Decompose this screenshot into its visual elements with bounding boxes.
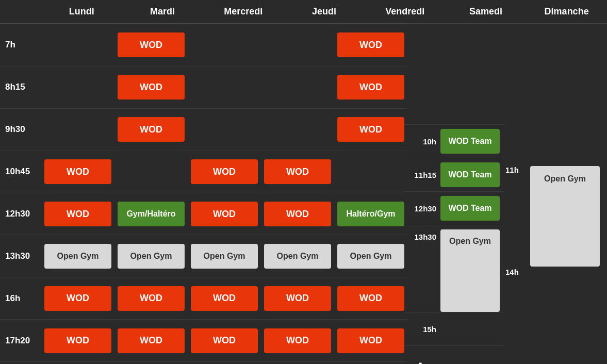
samedi-btn-11h15[interactable]: WOD Team: [440, 162, 505, 187]
cell-mardi-12h30[interactable]: Gym/Haltéro: [114, 193, 188, 235]
main-grid: 7h WOD WOD 8h15 WOD WOD 9h30 WOD WOD 10h…: [0, 24, 402, 364]
dimanche-empty-top: [505, 24, 607, 158]
cell-jeudi-18h30[interactable]: WOD: [261, 361, 334, 364]
cell-vendredi-13h30[interactable]: Open Gym: [334, 235, 407, 277]
samedi-section: 10h WOD Team 11h15 WOD Team 12h30 WOD Te…: [402, 24, 505, 364]
time-9h30: 9h30: [0, 108, 41, 151]
cell-mardi-18h30[interactable]: Gym/Haltéro: [114, 361, 188, 364]
cell-mercredi-9h30: [188, 108, 261, 151]
cell-lundi-12h30[interactable]: WOD: [41, 193, 114, 235]
cell-jeudi-8h15: [261, 66, 334, 108]
header-mardi: Mardi: [122, 0, 203, 23]
cell-mercredi-12h30[interactable]: WOD: [188, 193, 261, 235]
samedi-empty-top: [404, 24, 505, 124]
schedule-container: Lundi Mardi Mercredi Jeudi Vendredi Same…: [0, 0, 607, 364]
header-row: Lundi Mardi Mercredi Jeudi Vendredi Same…: [0, 0, 607, 24]
cell-lundi-13h30[interactable]: Open Gym: [41, 235, 114, 277]
samedi-btn-12h30[interactable]: WOD Team: [440, 196, 505, 221]
header-vendredi: Vendredi: [365, 0, 446, 23]
cell-vendredi-10h45: [334, 151, 407, 193]
cell-mardi-10h45: [114, 151, 188, 193]
cell-mardi-13h30[interactable]: Open Gym: [114, 235, 188, 277]
cell-mercredi-16h[interactable]: WOD: [188, 277, 261, 319]
cell-mardi-7h[interactable]: WOD: [114, 24, 188, 66]
samedi-12h30-slot: 12h30 WOD Team: [404, 191, 505, 225]
header-samedi: Samedi: [446, 0, 527, 23]
time-10h45: 10h45: [0, 151, 41, 193]
samedi-17h20-slot: -: [404, 345, 505, 364]
dimanche-11h-row: 11h Open Gym: [505, 158, 607, 267]
cell-vendredi-17h20[interactable]: WOD: [334, 319, 407, 361]
samedi-dash-17h20: -: [404, 357, 440, 365]
cell-mardi-8h15[interactable]: WOD: [114, 66, 188, 108]
cell-jeudi-13h30[interactable]: Open Gym: [261, 235, 334, 277]
samedi-btn-10h[interactable]: WOD Team: [440, 129, 505, 154]
cell-mercredi-10h45[interactable]: WOD: [188, 151, 261, 193]
cell-lundi-16h[interactable]: WOD: [41, 277, 114, 319]
cell-jeudi-7h: [261, 24, 334, 66]
header-lundi: Lundi: [41, 0, 122, 23]
samedi-time-10h: 10h: [404, 137, 440, 146]
cell-vendredi-7h[interactable]: WOD: [334, 24, 407, 66]
cell-vendredi-18h30[interactable]: Haltéro/Gym: [334, 361, 407, 364]
dimanche-open-gym[interactable]: Open Gym: [530, 166, 600, 267]
cell-lundi-9h30: [41, 108, 114, 151]
cell-vendredi-12h30[interactable]: Haltéro/Gym: [334, 193, 407, 235]
time-8h15: 8h15: [0, 66, 41, 108]
header-jeudi: Jeudi: [284, 0, 365, 23]
samedi-time-12h30: 12h30: [404, 204, 440, 213]
time-7h: 7h: [0, 24, 41, 66]
samedi-11h15-slot: 11h15 WOD Team: [404, 158, 505, 191]
cell-mercredi-17h20[interactable]: WOD: [188, 319, 261, 361]
cell-lundi-7h: [41, 24, 114, 66]
samedi-time-11h15: 11h15: [404, 171, 440, 179]
cell-lundi-10h45[interactable]: WOD: [41, 151, 114, 193]
cell-jeudi-16h[interactable]: WOD: [261, 277, 334, 319]
cell-mercredi-7h: [188, 24, 261, 66]
samedi-time-13h30: 13h30: [404, 229, 440, 241]
header-mercredi: Mercredi: [203, 0, 284, 23]
samedi-10h-slot: 10h WOD Team: [404, 124, 505, 158]
body-area: 7h WOD WOD 8h15 WOD WOD 9h30 WOD WOD 10h…: [0, 24, 607, 364]
cell-lundi-8h15: [41, 66, 114, 108]
cell-jeudi-10h45[interactable]: WOD: [261, 151, 334, 193]
time-17h20: 17h20: [0, 319, 41, 361]
cell-mardi-17h20[interactable]: WOD: [114, 319, 188, 361]
header-dimanche: Dimanche: [526, 0, 607, 23]
samedi-13h30-slot: 13h30 Open Gym: [404, 225, 505, 312]
time-16h: 16h: [0, 277, 41, 319]
cell-vendredi-8h15[interactable]: WOD: [334, 66, 407, 108]
cell-lundi-17h20[interactable]: WOD: [41, 319, 114, 361]
header-empty: [0, 0, 41, 23]
cell-jeudi-9h30: [261, 108, 334, 151]
cell-vendredi-9h30[interactable]: WOD: [334, 108, 407, 151]
cell-mardi-9h30[interactable]: WOD: [114, 108, 188, 151]
cell-mardi-16h[interactable]: WOD: [114, 277, 188, 319]
cell-jeudi-17h20[interactable]: WOD: [261, 319, 334, 361]
cell-vendredi-16h[interactable]: WOD: [334, 277, 407, 319]
time-13h30: 13h30: [0, 235, 41, 277]
cell-jeudi-12h30[interactable]: WOD: [261, 193, 334, 235]
cell-mercredi-18h30[interactable]: WOD: [188, 361, 261, 364]
samedi-time-15h: 15h: [404, 325, 440, 334]
time-12h30: 12h30: [0, 193, 41, 235]
cell-lundi-18h30[interactable]: WOD: [41, 361, 114, 364]
time-18h30: 18h30: [0, 361, 41, 364]
samedi-15h-slot: 15h: [404, 312, 505, 345]
cell-mercredi-8h15: [188, 66, 261, 108]
dimanche-section: 11h Open Gym 14h: [505, 24, 607, 364]
samedi-open-gym-big[interactable]: Open Gym: [440, 229, 505, 312]
dimanche-time-11h: 11h: [505, 162, 526, 177]
dimanche-time-14h: 14h: [505, 268, 526, 276]
cell-mercredi-13h30[interactable]: Open Gym: [188, 235, 261, 277]
